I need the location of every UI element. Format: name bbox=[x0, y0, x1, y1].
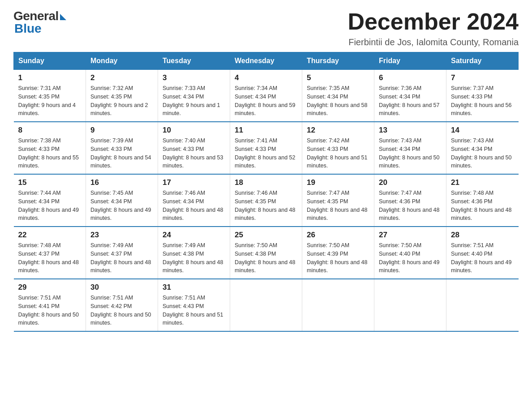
calendar-cell: 10 Sunrise: 7:40 AM Sunset: 4:33 PM Dayl… bbox=[158, 122, 230, 174]
title-section: December 2024 Fierbintii de Jos, Ialomit… bbox=[348, 9, 519, 47]
daylight-label: Daylight: 8 hours and 48 minutes. bbox=[90, 259, 151, 274]
sunset-label: Sunset: 4:34 PM bbox=[163, 198, 204, 205]
daylight-label: Daylight: 8 hours and 50 minutes. bbox=[451, 154, 512, 169]
daylight-label: Daylight: 8 hours and 52 minutes. bbox=[235, 154, 296, 169]
sunrise-label: Sunrise: 7:47 AM bbox=[307, 190, 349, 196]
day-number: 20 bbox=[379, 178, 442, 187]
sunrise-label: Sunrise: 7:49 AM bbox=[163, 242, 205, 248]
daylight-label: Daylight: 9 hours and 4 minutes. bbox=[18, 102, 76, 117]
sunset-label: Sunset: 4:33 PM bbox=[18, 146, 60, 152]
sunset-label: Sunset: 4:34 PM bbox=[307, 94, 348, 100]
daylight-label: Daylight: 8 hours and 48 minutes. bbox=[235, 259, 296, 274]
day-number: 21 bbox=[451, 178, 514, 187]
day-info: Sunrise: 7:50 AM Sunset: 4:40 PM Dayligh… bbox=[379, 241, 442, 275]
calendar-cell bbox=[302, 279, 374, 331]
calendar-cell: 7 Sunrise: 7:37 AM Sunset: 4:33 PM Dayli… bbox=[446, 70, 519, 122]
day-number: 3 bbox=[163, 73, 225, 82]
day-number: 19 bbox=[307, 178, 369, 187]
day-number: 23 bbox=[90, 231, 153, 240]
sunset-label: Sunset: 4:34 PM bbox=[379, 94, 420, 100]
day-number: 8 bbox=[18, 126, 82, 135]
sunrise-label: Sunrise: 7:46 AM bbox=[235, 190, 277, 196]
header-saturday: Saturday bbox=[446, 52, 519, 70]
daylight-label: Daylight: 8 hours and 54 minutes. bbox=[90, 154, 151, 169]
sunrise-label: Sunrise: 7:33 AM bbox=[163, 85, 205, 91]
calendar-cell: 16 Sunrise: 7:45 AM Sunset: 4:34 PM Dayl… bbox=[86, 174, 158, 227]
sunset-label: Sunset: 4:34 PM bbox=[451, 146, 492, 152]
daylight-label: Daylight: 8 hours and 48 minutes. bbox=[307, 207, 368, 222]
calendar-cell: 25 Sunrise: 7:50 AM Sunset: 4:38 PM Dayl… bbox=[230, 227, 302, 279]
sunrise-label: Sunrise: 7:51 AM bbox=[18, 295, 61, 301]
sunset-label: Sunset: 4:40 PM bbox=[451, 251, 492, 257]
sunset-label: Sunset: 4:34 PM bbox=[90, 198, 132, 205]
sunrise-label: Sunrise: 7:42 AM bbox=[307, 137, 349, 144]
header-thursday: Thursday bbox=[302, 52, 374, 70]
sunset-label: Sunset: 4:35 PM bbox=[307, 198, 348, 205]
sunrise-label: Sunrise: 7:45 AM bbox=[90, 190, 133, 196]
daylight-label: Daylight: 8 hours and 55 minutes. bbox=[18, 154, 79, 169]
page-header: General Blue December 2024 Fierbintii de… bbox=[13, 9, 519, 47]
header-wednesday: Wednesday bbox=[230, 52, 302, 70]
daylight-label: Daylight: 8 hours and 59 minutes. bbox=[235, 102, 296, 117]
day-number: 4 bbox=[235, 73, 297, 82]
calendar-week-row: 15 Sunrise: 7:44 AM Sunset: 4:34 PM Dayl… bbox=[14, 174, 519, 227]
day-number: 2 bbox=[90, 73, 153, 82]
calendar-cell: 6 Sunrise: 7:36 AM Sunset: 4:34 PM Dayli… bbox=[374, 70, 446, 122]
day-info: Sunrise: 7:51 AM Sunset: 4:42 PM Dayligh… bbox=[90, 294, 153, 327]
sunset-label: Sunset: 4:33 PM bbox=[90, 146, 132, 152]
day-info: Sunrise: 7:51 AM Sunset: 4:41 PM Dayligh… bbox=[18, 294, 82, 327]
calendar-cell: 21 Sunrise: 7:48 AM Sunset: 4:36 PM Dayl… bbox=[446, 174, 519, 227]
calendar-cell: 24 Sunrise: 7:49 AM Sunset: 4:38 PM Dayl… bbox=[158, 227, 230, 279]
sunset-label: Sunset: 4:33 PM bbox=[235, 146, 276, 152]
calendar-cell: 30 Sunrise: 7:51 AM Sunset: 4:42 PM Dayl… bbox=[86, 279, 158, 331]
day-number: 9 bbox=[90, 126, 153, 135]
day-info: Sunrise: 7:41 AM Sunset: 4:33 PM Dayligh… bbox=[235, 137, 297, 170]
sunrise-label: Sunrise: 7:43 AM bbox=[379, 137, 421, 144]
sunrise-label: Sunrise: 7:51 AM bbox=[451, 242, 493, 248]
daylight-label: Daylight: 8 hours and 48 minutes. bbox=[379, 207, 440, 222]
daylight-label: Daylight: 8 hours and 49 minutes. bbox=[379, 259, 440, 274]
day-number: 10 bbox=[163, 126, 225, 135]
sunset-label: Sunset: 4:37 PM bbox=[90, 251, 132, 257]
sunset-label: Sunset: 4:34 PM bbox=[379, 146, 420, 152]
sunset-label: Sunset: 4:34 PM bbox=[18, 198, 60, 205]
sunrise-label: Sunrise: 7:32 AM bbox=[90, 85, 133, 91]
daylight-label: Daylight: 8 hours and 49 minutes. bbox=[451, 259, 512, 274]
day-number: 11 bbox=[235, 126, 297, 135]
day-number: 16 bbox=[90, 178, 153, 187]
daylight-label: Daylight: 8 hours and 48 minutes. bbox=[307, 259, 368, 274]
calendar-table: Sunday Monday Tuesday Wednesday Thursday… bbox=[13, 52, 519, 332]
calendar-cell: 8 Sunrise: 7:38 AM Sunset: 4:33 PM Dayli… bbox=[14, 122, 86, 174]
calendar-cell: 22 Sunrise: 7:48 AM Sunset: 4:37 PM Dayl… bbox=[14, 227, 86, 279]
daylight-label: Daylight: 8 hours and 49 minutes. bbox=[18, 207, 79, 222]
day-info: Sunrise: 7:49 AM Sunset: 4:37 PM Dayligh… bbox=[90, 241, 153, 275]
sunrise-label: Sunrise: 7:39 AM bbox=[90, 137, 133, 144]
sunset-label: Sunset: 4:38 PM bbox=[235, 251, 276, 257]
day-info: Sunrise: 7:49 AM Sunset: 4:38 PM Dayligh… bbox=[163, 241, 225, 275]
sunrise-label: Sunrise: 7:51 AM bbox=[90, 295, 133, 301]
calendar-cell: 17 Sunrise: 7:46 AM Sunset: 4:34 PM Dayl… bbox=[158, 174, 230, 227]
calendar-week-row: 29 Sunrise: 7:51 AM Sunset: 4:41 PM Dayl… bbox=[14, 279, 519, 331]
sunrise-label: Sunrise: 7:48 AM bbox=[451, 190, 493, 196]
logo-blue-text: Blue bbox=[13, 21, 42, 36]
day-number: 12 bbox=[307, 126, 369, 135]
main-title: December 2024 bbox=[348, 9, 519, 34]
sunset-label: Sunset: 4:33 PM bbox=[451, 94, 492, 100]
calendar-cell: 1 Sunrise: 7:31 AM Sunset: 4:35 PM Dayli… bbox=[14, 70, 86, 122]
sunrise-label: Sunrise: 7:51 AM bbox=[163, 295, 205, 301]
daylight-label: Daylight: 8 hours and 49 minutes. bbox=[90, 207, 151, 222]
calendar-cell: 18 Sunrise: 7:46 AM Sunset: 4:35 PM Dayl… bbox=[230, 174, 302, 227]
sunset-label: Sunset: 4:33 PM bbox=[307, 146, 348, 152]
calendar-cell: 27 Sunrise: 7:50 AM Sunset: 4:40 PM Dayl… bbox=[374, 227, 446, 279]
calendar-cell: 12 Sunrise: 7:42 AM Sunset: 4:33 PM Dayl… bbox=[302, 122, 374, 174]
day-number: 7 bbox=[451, 73, 514, 82]
day-info: Sunrise: 7:39 AM Sunset: 4:33 PM Dayligh… bbox=[90, 137, 153, 170]
calendar-cell: 31 Sunrise: 7:51 AM Sunset: 4:43 PM Dayl… bbox=[158, 279, 230, 331]
daylight-label: Daylight: 8 hours and 56 minutes. bbox=[451, 102, 512, 117]
sunset-label: Sunset: 4:42 PM bbox=[90, 303, 132, 309]
calendar-week-row: 22 Sunrise: 7:48 AM Sunset: 4:37 PM Dayl… bbox=[14, 227, 519, 279]
sunset-label: Sunset: 4:39 PM bbox=[307, 251, 348, 257]
day-number: 28 bbox=[451, 231, 514, 240]
daylight-label: Daylight: 8 hours and 51 minutes. bbox=[307, 154, 368, 169]
day-info: Sunrise: 7:48 AM Sunset: 4:36 PM Dayligh… bbox=[451, 189, 514, 223]
